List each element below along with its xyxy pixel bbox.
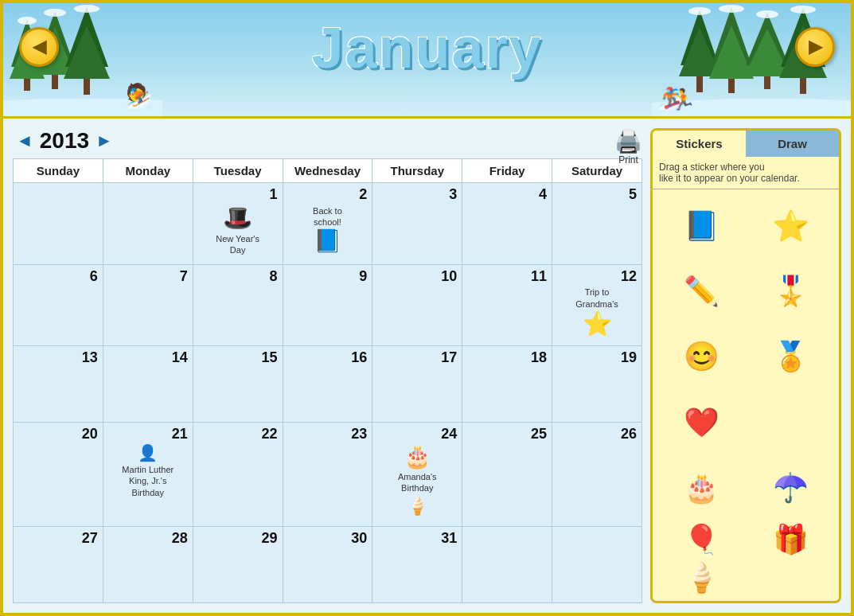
sticker-balloons[interactable]: 🎈 — [659, 523, 743, 556]
table-cell-empty[interactable] — [103, 183, 193, 265]
day-number: 6 — [18, 268, 98, 286]
table-cell-4[interactable]: 4 — [462, 183, 552, 265]
header-sunday: Sunday — [14, 159, 103, 183]
table-cell-14[interactable]: 14 — [103, 346, 193, 423]
table-cell-17[interactable]: 17 — [372, 346, 462, 423]
day-number: 24 — [377, 426, 457, 443]
svg-rect-21 — [728, 79, 735, 93]
day-number: 4 — [467, 186, 547, 204]
next-month-button[interactable]: ▶ — [795, 27, 835, 67]
table-cell-20[interactable]: 20 — [14, 423, 103, 526]
prev-year-button[interactable]: ◄ — [16, 131, 33, 151]
table-row: 6 7 8 9 10 — [14, 264, 642, 346]
day-number: 17 — [377, 349, 457, 367]
table-cell-28[interactable]: 28 — [103, 526, 193, 602]
year-value: 2013 — [37, 128, 92, 154]
svg-point-11 — [18, 17, 37, 25]
table-cell-2[interactable]: 2 Back toschool! 📘 — [283, 183, 372, 265]
day-label: Amanda'sBirthday — [377, 471, 457, 494]
sticker-smile[interactable]: 😊 — [659, 326, 743, 387]
sticker-star[interactable]: ⭐ — [748, 196, 833, 256]
table-cell-8[interactable]: 8 — [193, 264, 283, 346]
table-cell-empty[interactable] — [552, 526, 642, 602]
table-cell-13[interactable]: 13 — [14, 346, 103, 423]
table-cell-26[interactable]: 26 — [552, 423, 642, 526]
sticker-cake[interactable]: 🎂 — [659, 458, 743, 518]
header-tuesday: Tuesday — [193, 159, 283, 183]
header-wednesday: Wednesday — [283, 159, 372, 183]
calendar-wrapper: ◄ 2013 ► 🖨️ Print Sunday Monday Tuesday … — [13, 128, 642, 603]
day-number: 19 — [557, 349, 637, 367]
month-title: January — [311, 15, 542, 80]
table-cell-3[interactable]: 3 — [372, 183, 462, 265]
day-label: New Year'sDay — [198, 233, 278, 256]
table-row: 13 14 15 16 17 — [14, 346, 642, 423]
svg-rect-10 — [84, 79, 90, 95]
table-cell-30[interactable]: 30 — [283, 526, 372, 602]
day-number: 28 — [108, 530, 188, 548]
sticker-ribbon[interactable]: 🎖️ — [748, 261, 833, 322]
sticker-pencil[interactable]: ✏️ — [659, 261, 743, 322]
table-cell-9[interactable]: 9 — [283, 264, 372, 346]
table-cell-22[interactable]: 22 — [193, 423, 283, 526]
table-cell-5[interactable]: 5 — [552, 183, 642, 265]
day-number: 2 — [288, 186, 368, 204]
table-cell-empty[interactable] — [14, 183, 103, 265]
star-sticker: ⭐ — [557, 310, 637, 337]
svg-rect-27 — [800, 78, 806, 94]
table-cell-29[interactable]: 29 — [193, 526, 283, 602]
table-cell-25[interactable]: 25 — [462, 423, 552, 526]
calendar-table: Sunday Monday Tuesday Wednesday Thursday… — [13, 158, 642, 603]
day-number: 15 — [198, 349, 278, 367]
day-number: 16 — [288, 349, 368, 367]
day-label: Back toschool! — [288, 205, 368, 228]
sticker-umbrella[interactable]: ☂️ — [748, 458, 833, 518]
sticker-medal[interactable]: 🏅 — [748, 326, 833, 387]
print-button[interactable]: 🖨️ Print — [614, 128, 642, 166]
day-number: 18 — [467, 349, 547, 367]
day-number: 13 — [18, 349, 98, 367]
table-cell-1[interactable]: 1 🎩 New Year'sDay — [193, 183, 283, 265]
svg-point-30 — [756, 10, 778, 18]
day-number: 23 — [288, 426, 368, 443]
table-cell-7[interactable]: 7 — [103, 264, 193, 346]
day-number: 26 — [557, 426, 637, 443]
day-number: 12 — [557, 268, 637, 286]
table-cell-16[interactable]: 16 — [283, 346, 372, 423]
prev-month-button[interactable]: ◀ — [19, 27, 59, 67]
day-number: 11 — [467, 268, 547, 286]
header-thursday: Thursday — [372, 159, 462, 183]
sticker-icecream[interactable]: 🍦 — [659, 561, 743, 595]
header: 🧑‍⚕️ 🏂 ⛷️ 🏃 ◀ J — [3, 3, 851, 119]
table-cell-10[interactable]: 10 — [372, 264, 462, 346]
day-number: 29 — [198, 530, 278, 548]
svg-rect-24 — [764, 76, 770, 89]
tab-draw[interactable]: Draw — [746, 131, 839, 157]
sticker-panel: Stickers Draw Drag a sticker where youli… — [650, 128, 841, 603]
table-cell-23[interactable]: 23 — [283, 423, 372, 526]
icecream-sticker: 🍦 — [377, 496, 457, 517]
cake-sticker: 🎂 — [377, 443, 457, 470]
sticker-book[interactable]: 📘 — [659, 196, 743, 256]
sticker-heart[interactable]: ❤️ — [659, 392, 743, 453]
next-year-button[interactable]: ► — [96, 131, 113, 151]
table-cell-19[interactable]: 19 — [552, 346, 642, 423]
table-cell-24[interactable]: 24 🎂 Amanda'sBirthday 🍦 — [372, 423, 462, 526]
day-number: 22 — [198, 426, 278, 443]
svg-rect-7 — [52, 75, 58, 89]
table-cell-6[interactable]: 6 — [14, 264, 103, 346]
table-row: 27 28 29 30 31 — [14, 526, 642, 602]
sticker-gift[interactable]: 🎁 — [748, 523, 833, 556]
day-number: 21 — [108, 426, 188, 443]
table-cell-12[interactable]: 12 Trip toGrandma's ⭐ — [552, 264, 642, 346]
table-cell-18[interactable]: 18 — [462, 346, 552, 423]
table-cell-15[interactable]: 15 — [193, 346, 283, 423]
table-cell-11[interactable]: 11 — [462, 264, 552, 346]
table-cell-27[interactable]: 27 — [14, 526, 103, 602]
tab-stickers[interactable]: Stickers — [653, 131, 746, 157]
table-cell-empty[interactable] — [462, 526, 552, 602]
table-cell-31[interactable]: 31 — [372, 526, 462, 602]
day-number: 14 — [108, 349, 188, 367]
main-content: ◄ 2013 ► 🖨️ Print Sunday Monday Tuesday … — [3, 119, 851, 613]
table-cell-21[interactable]: 21 👤 Martin LutherKing, Jr.'sBirthday — [103, 423, 193, 526]
